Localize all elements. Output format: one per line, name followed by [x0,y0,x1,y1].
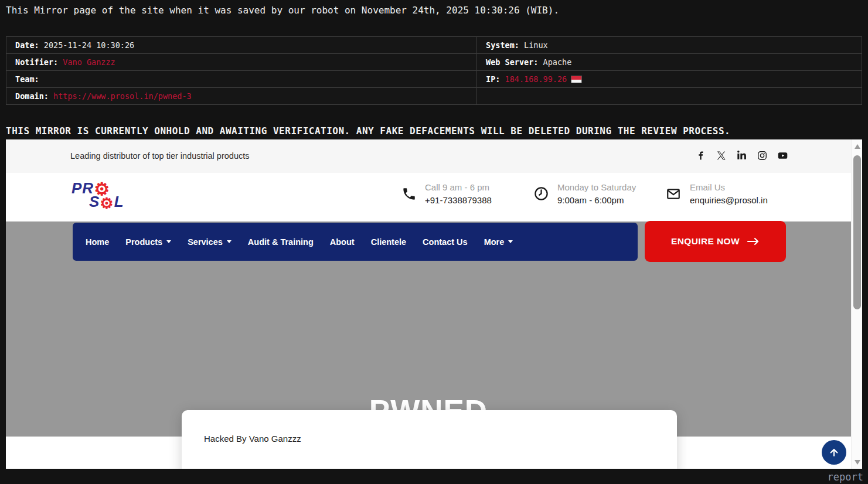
date-value: 2025-11-24 10:30:26 [44,40,134,50]
nav-label: About [330,237,355,247]
phone-icon [401,186,417,202]
enquire-now-label: ENQUIRE NOW [671,236,740,247]
scrollbar-thumb[interactable] [853,155,861,309]
domain-label: Domain: [15,91,49,101]
triangle-up-icon [855,144,860,149]
prosol-logo[interactable]: PR⚙ S⚙L [72,181,124,210]
nav-item-home[interactable]: Home [77,237,117,247]
phone-hours-label: Call 9 am - 6 pm [425,182,492,192]
contact-hours: Monday to Saturday 9:00am - 6:00pm [533,182,636,205]
mirror-info-table: Date: 2025-11-24 10:30:26 System: Linux … [6,36,862,105]
table-row: Domain: https://www.prosol.in/pwned-3 [6,88,862,105]
x-twitter-icon[interactable] [716,151,726,161]
nav-item-about[interactable]: About [322,237,363,247]
mirror-title-line: This Mirror page of the site when it was… [6,5,559,16]
email-address: enquiries@prosol.in [690,195,768,205]
ip-value: 184.168.99.26 [505,74,567,84]
enquire-now-button[interactable]: ENQUIRE NOW [645,221,786,262]
site-topbar: Leading distributor of top tier industri… [6,139,851,173]
chevron-down-icon [166,240,171,243]
frame-scrollbar[interactable] [851,139,862,469]
nav-label: Services [188,237,223,247]
content-card: Hacked By Vano Ganzzz [182,410,677,469]
system-label: System: [486,40,519,50]
mirrored-site-frame: Leading distributor of top tier industri… [6,139,862,469]
social-links [696,151,788,161]
table-row: Notifier: Vano Ganzzz Web Server: Apache [6,54,862,71]
contact-phone[interactable]: Call 9 am - 6 pm +91-7338879388 [401,182,492,205]
linkedin-icon[interactable] [737,151,747,161]
contact-email[interactable]: Email Us enquiries@prosol.in [665,182,768,205]
webserver-value: Apache [543,57,572,67]
chevron-down-icon [227,240,232,243]
nav-label: Audit & Training [248,237,314,247]
instagram-icon[interactable] [757,151,767,161]
nav-item-services[interactable]: Services [179,237,240,247]
hours-time-value: 9:00am - 6:00pm [557,195,636,205]
report-link[interactable]: report [828,471,863,483]
indonesia-flag-icon [571,76,582,83]
mirror-warning-line: THIS MIRROR IS CURRENTLY ONHOLD AND AWAI… [6,125,730,137]
scrollbar-up-arrow[interactable] [852,141,862,151]
notifier-link[interactable]: Vano Ganzzz [63,57,115,67]
table-row: Date: 2025-11-24 10:30:26 System: Linux [6,37,862,54]
team-label: Team: [15,74,39,84]
facebook-icon[interactable] [696,151,706,161]
scroll-to-top-button[interactable] [822,440,846,465]
scrollbar-down-arrow[interactable] [852,457,862,467]
youtube-icon[interactable] [778,151,788,161]
nav-item-clientele[interactable]: Clientele [363,237,414,247]
arrow-right-icon [747,237,760,246]
arrow-up-icon [828,446,840,458]
ip-label: IP: [486,74,500,84]
site-header: PR⚙ S⚙L Call 9 am - 6 pm +91-7338879388 … [6,173,851,221]
logo-text-l: L [114,193,124,210]
nav-label: Products [125,237,162,247]
system-value: Linux [524,40,548,50]
phone-number: +91-7338879388 [425,195,492,205]
email-label: Email Us [690,182,768,192]
webserver-label: Web Server: [486,57,538,67]
main-navbar: Home Products Services Audit & Training … [73,223,638,261]
nav-item-contact-us[interactable]: Contact Us [414,237,476,247]
notifier-label: Notifier: [15,57,58,67]
clock-icon [533,186,549,202]
logo-text-s: S [89,193,100,210]
nav-label: Clientele [371,237,406,247]
nav-item-more[interactable]: More [476,237,522,247]
mirror-page: { "mirror": { "title_line": "This Mirror… [0,0,868,484]
date-label: Date: [15,40,39,50]
domain-link[interactable]: https://www.prosol.in/pwned-3 [53,91,192,101]
nav-item-audit-training[interactable]: Audit & Training [240,237,322,247]
hours-days-label: Monday to Saturday [557,182,636,192]
table-row: Team: IP: 184.168.99.26 [6,71,862,88]
nav-label: Contact Us [423,237,468,247]
triangle-down-icon [855,460,860,465]
nav-item-products[interactable]: Products [117,237,179,247]
email-icon [665,186,682,202]
site-tagline: Leading distributor of top tier industri… [70,151,249,161]
nav-label: More [484,237,505,247]
gear-icon: ⚙ [100,195,114,212]
nav-label: Home [86,237,109,247]
defacement-message: Hacked By Vano Ganzzz [204,434,301,444]
chevron-down-icon [508,240,513,243]
